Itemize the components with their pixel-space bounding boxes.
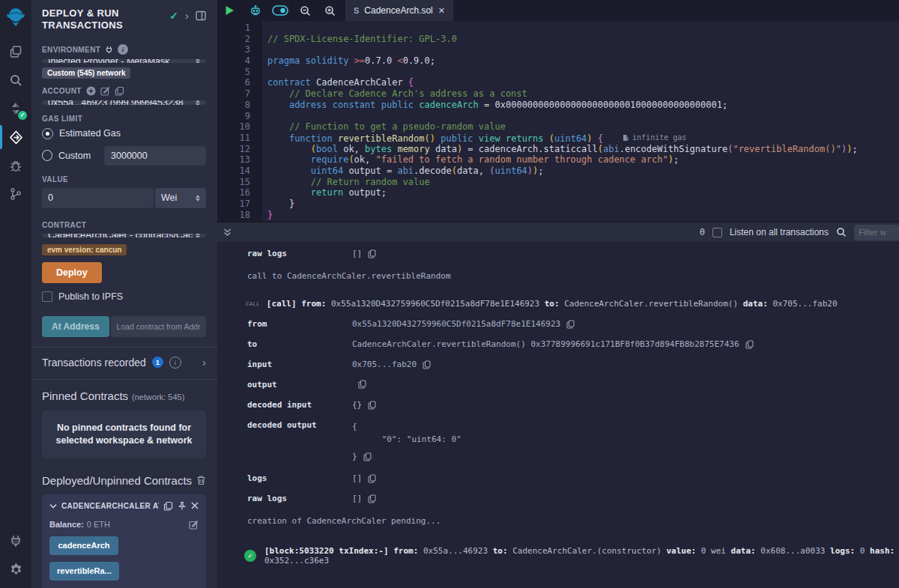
code-line[interactable]: } (267, 198, 899, 210)
code-line[interactable] (267, 67, 899, 78)
code-line[interactable]: address constant public cadenceArch = 0x… (267, 100, 899, 111)
copy-icon[interactable] (368, 249, 376, 258)
close-tab-icon[interactable]: ✕ (438, 6, 445, 16)
copy-icon[interactable] (423, 360, 431, 369)
code-line[interactable]: (bool ok, bytes memory data) = cadenceAr… (267, 144, 899, 155)
copy-icon[interactable] (368, 401, 376, 410)
terminal-call-row[interactable]: CALL[call] from: 0x55a1320D432759960C5Df… (217, 299, 899, 309)
environment-info-icon[interactable]: i (118, 44, 128, 55)
pin-panel-icon[interactable] (196, 10, 206, 21)
plugin-manager-icon[interactable] (0, 527, 31, 555)
code-line[interactable]: // SPDX-License-Identifier: GPL-3.0 (267, 34, 899, 45)
at-address-button[interactable]: At Address (42, 316, 109, 337)
compile-success-badge: ✓ (18, 111, 27, 120)
terminal-kv-row: decoded input{} (217, 400, 899, 410)
gas-estimate-widget: infinite gas (623, 133, 686, 144)
deploy-run-icon[interactable] (0, 123, 31, 151)
code-line[interactable]: pragma solidity >=0.7.0 <0.9.0; (267, 55, 899, 67)
custom-gas-radio[interactable]: Custom 3000000 (42, 146, 206, 166)
copy-icon[interactable] (358, 380, 366, 389)
terminal-search-icon[interactable] (836, 227, 847, 237)
at-address-input[interactable] (111, 316, 206, 337)
debugger-icon[interactable] (0, 151, 31, 180)
code-line[interactable]: contract CadenceArchCaler { (267, 77, 899, 88)
plug-small-icon[interactable] (105, 46, 113, 54)
pinned-contracts-title: Pinned Contracts (42, 390, 128, 402)
copy-icon[interactable] (368, 494, 376, 503)
terminal-kv-row: output (217, 380, 899, 390)
value-input[interactable]: 0 (42, 188, 154, 208)
expand-terminal-icon[interactable] (223, 228, 231, 237)
edit-balance-icon[interactable] (189, 520, 199, 530)
listen-label: Listen on all transactions (730, 227, 829, 237)
value-unit-select[interactable]: Wei (155, 188, 206, 208)
network-badge: Custom (545) network (42, 67, 130, 79)
copy-icon[interactable] (368, 474, 376, 483)
environment-label: ENVIRONMENT i (42, 44, 206, 55)
search-icon[interactable] (0, 66, 31, 94)
deploy-button[interactable]: Deploy (42, 262, 102, 283)
zoom-in-icon[interactable] (318, 0, 342, 21)
account-select[interactable]: 0x55a...46923 (999.9999453238 (42, 100, 206, 104)
copy-icon[interactable] (566, 320, 575, 329)
forward-chevron-icon[interactable]: › (185, 10, 189, 21)
copy-icon[interactable] (745, 340, 754, 349)
ai-assistant-icon[interactable] (243, 0, 267, 21)
code-line[interactable]: // Declare Cadence Arch's address as a c… (267, 88, 899, 100)
tx-info-icon[interactable]: i (169, 357, 181, 369)
terminal-filter-input[interactable] (854, 225, 899, 240)
estimated-gas-radio[interactable]: Estimated Gas (42, 128, 206, 139)
function-button[interactable]: revertibleRa... (49, 562, 119, 581)
tab-cadencearch-sol[interactable]: S CadenceArch.sol ✕ (345, 0, 453, 21)
listen-checkbox-icon[interactable] (712, 228, 722, 237)
terminal-success-row[interactable]: ✓[block:5033220 txIndex:-] from: 0x55a..… (217, 546, 899, 566)
custom-gas-input[interactable]: 3000000 (104, 146, 206, 166)
remix-logo-icon[interactable] (5, 6, 26, 27)
add-account-icon[interactable] (86, 86, 96, 96)
close-contract-icon[interactable] (191, 502, 199, 509)
edit-account-icon[interactable] (100, 86, 110, 96)
copy-icon[interactable] (363, 452, 372, 461)
solidity-compiler-icon[interactable]: ✓ (0, 94, 31, 123)
settings-icon[interactable] (0, 555, 31, 584)
line-number-gutter[interactable]: 123456789101112131415161718 (217, 21, 262, 222)
code-line[interactable]: require(ok, "failed to fetch a random nu… (267, 154, 899, 166)
pinned-network-note: (network: 545) (132, 392, 184, 401)
contract-select[interactable]: CadenceArchCaler - contracts/Cac (42, 234, 206, 237)
code-line[interactable] (267, 22, 899, 34)
deploy-run-panel: DEPLOY & RUN TRANSACTIONS ✓ › ENVIRONMEN… (31, 0, 217, 588)
code-line[interactable]: // Return random value (267, 177, 899, 188)
file-explorer-icon[interactable] (0, 37, 31, 66)
tx-count-badge: 1 (152, 357, 163, 368)
code-line[interactable]: function revertibleRandom() public view … (267, 133, 899, 144)
code-line[interactable] (267, 44, 899, 55)
code-line[interactable]: // Function to get a pseudo-random value (267, 121, 899, 133)
divider (31, 347, 217, 348)
code-line[interactable]: uint64 output = abi.decode(data, (uint64… (267, 166, 899, 177)
transactions-recorded-row[interactable]: Transactions recorded 1 i › (42, 357, 206, 369)
git-icon[interactable] (0, 180, 31, 208)
code-line[interactable]: } (267, 210, 899, 221)
publish-ipfs-row[interactable]: Publish to IPFS (42, 291, 206, 302)
copy-address-icon[interactable] (163, 501, 173, 511)
expand-chevron-icon[interactable]: › (202, 357, 206, 368)
radio-on-icon (42, 128, 53, 139)
balance-label: Balance: (49, 520, 84, 529)
copy-account-icon[interactable] (115, 86, 124, 96)
trash-icon[interactable] (196, 475, 206, 485)
ai-toggle-icon[interactable] (267, 0, 292, 21)
code-line[interactable] (267, 111, 899, 122)
account-label: ACCOUNT (42, 86, 206, 96)
code-line[interactable]: return output; (267, 187, 899, 198)
deployed-contract-name[interactable]: CADENCEARCHCALER AT 0) (61, 502, 159, 510)
checkbox-icon[interactable] (42, 291, 52, 302)
function-button[interactable]: cadenceArch (49, 536, 118, 555)
environment-select[interactable]: Injected Provider - MetaMask (42, 59, 206, 63)
deployed-contract-card: CADENCEARCHCALER AT 0) Balance: 0 ETH ca… (42, 494, 206, 588)
run-script-icon[interactable] (217, 0, 242, 21)
code-lines[interactable]: // SPDX-License-Identifier: GPL-3.0pragm… (262, 21, 899, 222)
pin-contract-icon[interactable] (178, 501, 187, 511)
call-badge: CALL (246, 301, 260, 307)
collapse-chevron-icon[interactable] (49, 503, 57, 509)
zoom-out-icon[interactable] (293, 0, 318, 21)
